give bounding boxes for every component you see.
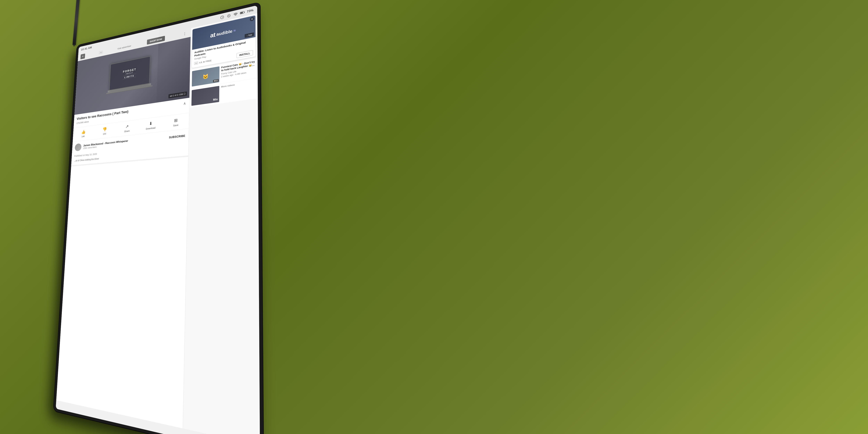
sidebar-thumb-cats: 🐱 9612 xyxy=(192,66,220,87)
rating-value: 4.6 xyxy=(199,61,202,64)
sidebar-video-info-cats: Funniest Cats 😹 - Don't try to hold back… xyxy=(221,60,255,82)
sidebar-thumb-mix: Mix xyxy=(191,86,219,106)
share-label: Share xyxy=(124,129,130,133)
battery-icon xyxy=(240,10,245,16)
dislike-button[interactable]: 👎 154 xyxy=(94,124,116,138)
audible-wifi-icon: ≋ xyxy=(233,28,236,33)
svg-rect-6 xyxy=(244,12,245,13)
ad-badge: Ad xyxy=(194,62,198,65)
dislike-count: 154 xyxy=(103,132,106,135)
audible-brand-logo: audible xyxy=(216,28,232,37)
app-download-badge: ↓ App xyxy=(245,32,254,38)
quality-text: 9612 xyxy=(214,80,218,82)
laptop-illustration: FORGET ABOUT LIMITS xyxy=(104,55,155,100)
like-count: 14K xyxy=(82,135,85,138)
status-time: 10:41 AM xyxy=(81,46,92,51)
like-button[interactable]: 👍 14K xyxy=(73,127,94,140)
data-icon xyxy=(226,13,231,19)
subscribe-button[interactable]: SUBSCRIBE xyxy=(169,134,185,139)
rating-free: FREE xyxy=(206,59,212,63)
ad-label: Ad xyxy=(99,51,103,54)
battery-text: 73% xyxy=(247,8,253,13)
save-icon: ⊞ xyxy=(174,118,178,123)
content: ≡ Ad Visit advertiser SHOP NOW ⋮ xyxy=(56,13,260,434)
audible-close-button[interactable]: ✕ xyxy=(250,17,254,22)
like-icon: 👍 xyxy=(81,129,86,134)
download-label: Download xyxy=(146,126,156,130)
content-wrapper: ≡ Ad Visit advertiser SHOP NOW ⋮ xyxy=(56,13,260,434)
tablet-device: 10:41 AM xyxy=(54,2,264,434)
rating-star: ★ xyxy=(203,60,205,63)
ad-menu-icon[interactable]: ⋮ xyxy=(182,31,187,36)
notification-icon xyxy=(220,14,225,20)
sidebar: at audible ≋ ✕ ↓ App Audible: Listen to … xyxy=(183,13,260,434)
main-area: ≡ Ad Visit advertiser SHOP NOW ⋮ xyxy=(56,28,191,429)
elementor-icon: ≡ xyxy=(81,54,85,59)
audible-rating: 4.6 ★ FREE xyxy=(199,59,212,64)
channel-avatar[interactable] xyxy=(75,143,82,151)
visit-advertiser[interactable]: Visit advertiser xyxy=(117,44,131,50)
audible-at-logo: at xyxy=(210,31,215,39)
download-button[interactable]: ⬇ Download xyxy=(138,118,163,132)
publish-date: May 10, 2020 xyxy=(85,153,97,156)
sidebar-video-info-mix: More videos xyxy=(221,80,255,102)
share-icon: ↗ xyxy=(125,124,129,129)
save-label: Save xyxy=(173,124,178,127)
download-icon: ⬇ xyxy=(149,121,153,126)
screen: 10:41 AM xyxy=(56,5,260,434)
mix-label: Mix xyxy=(213,98,218,101)
save-button[interactable]: ⊞ Save xyxy=(163,115,189,129)
svg-point-4 xyxy=(236,15,236,16)
wifi-icon xyxy=(233,11,238,17)
chevron-up-icon[interactable]: ∧ xyxy=(183,101,186,106)
dislike-icon: 👎 xyxy=(102,127,107,132)
share-button[interactable]: ↗ Share xyxy=(116,121,139,135)
cats-emoji: 🐱 xyxy=(203,73,209,80)
